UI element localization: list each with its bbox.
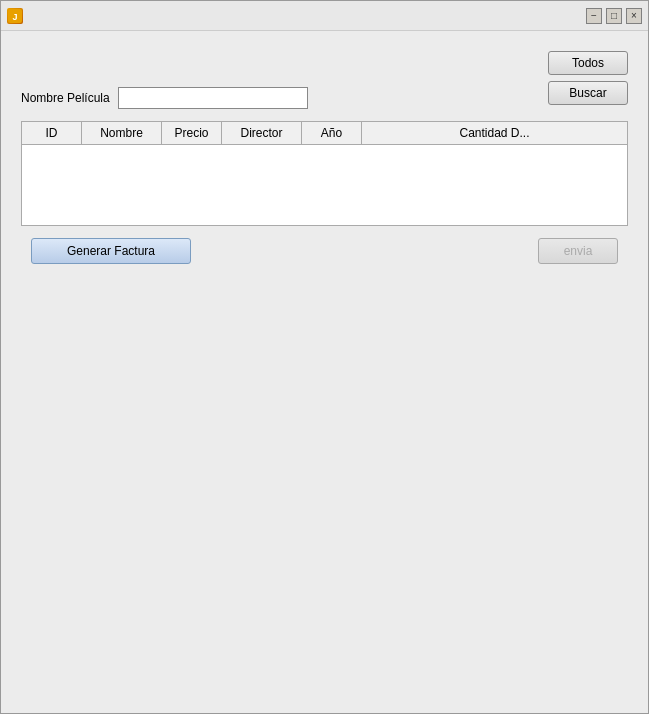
search-row: Nombre Película [21,87,308,109]
envia-button: envia [538,238,618,264]
java-icon: J [7,8,23,24]
bottom-buttons: Generar Factura envia [21,238,628,264]
title-bar-left: J [7,8,23,24]
right-buttons: Todos Buscar [548,51,628,105]
data-table: ID Nombre Precio Director Año Cantidad D… [21,121,628,226]
content-area: placeholder Nombre Película Todos Buscar… [1,31,648,713]
todos-button[interactable]: Todos [548,51,628,75]
search-label: Nombre Película [21,91,110,105]
maximize-button[interactable]: □ [606,8,622,24]
column-header-director: Director [222,122,302,144]
search-input[interactable] [118,87,308,109]
svg-text:J: J [12,12,17,22]
title-bar-controls: − □ × [586,8,642,24]
close-button[interactable]: × [626,8,642,24]
column-header-id: ID [22,122,82,144]
column-header-precio: Precio [162,122,222,144]
generar-factura-button[interactable]: Generar Factura [31,238,191,264]
buscar-button[interactable]: Buscar [548,81,628,105]
column-header-nombre: Nombre [82,122,162,144]
column-header-ano: Año [302,122,362,144]
table-header: ID Nombre Precio Director Año Cantidad D… [22,122,627,145]
minimize-button[interactable]: − [586,8,602,24]
main-window: J − □ × placeholder Nombre Película [0,0,649,714]
title-bar: J − □ × [1,1,648,31]
table-body [22,145,627,225]
column-header-cantidad: Cantidad D... [362,122,627,144]
